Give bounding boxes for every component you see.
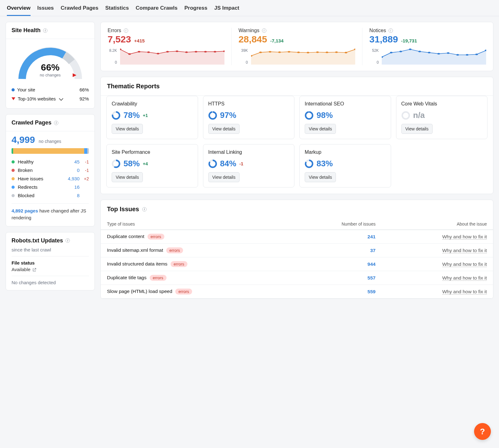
issue-name[interactable]: Invalid structured data items bbox=[107, 261, 167, 266]
severity-badge: errors bbox=[171, 261, 187, 267]
view-details-button[interactable]: View details bbox=[401, 124, 433, 134]
thematic-international-seo: International SEO98%View details bbox=[299, 96, 391, 139]
issue-name[interactable]: Invalid sitemap.xml format bbox=[107, 247, 163, 253]
after-js-render-note: 4,892 pages have changed after JS render… bbox=[12, 207, 89, 221]
dot-icon bbox=[12, 88, 15, 91]
info-icon[interactable]: i bbox=[262, 28, 266, 33]
legend-your-site: Your site 66% bbox=[12, 85, 89, 94]
crawled-row[interactable]: Have issues4,930+2 bbox=[12, 174, 89, 183]
crawled-pages-card: Crawled Pages i 4,999 no changes Healthy… bbox=[6, 114, 95, 226]
fix-link[interactable]: Why and how to fix it bbox=[442, 289, 487, 295]
info-icon[interactable]: i bbox=[54, 121, 58, 125]
crawled-pages-title: Crawled Pages bbox=[12, 119, 51, 126]
external-link-icon[interactable] bbox=[32, 267, 36, 271]
thematic-internal-linking: Internal Linking84%-1View details bbox=[203, 144, 295, 187]
svg-point-9 bbox=[195, 51, 197, 52]
robots-since: since the last crawl bbox=[12, 247, 89, 252]
svg-point-4 bbox=[147, 51, 150, 53]
issue-count[interactable]: 241 bbox=[367, 234, 375, 239]
column-header: About the issue bbox=[382, 218, 493, 230]
site-health-card: Site Health i 66% no cha bbox=[6, 22, 95, 109]
robots-title: Robots.txt Updates bbox=[12, 237, 63, 244]
severity-badge: errors bbox=[166, 247, 183, 253]
tab-crawled-pages[interactable]: Crawled Pages bbox=[61, 3, 99, 16]
fix-link[interactable]: Why and how to fix it bbox=[442, 234, 487, 240]
fix-link[interactable]: Why and how to fix it bbox=[442, 261, 487, 267]
crawled-stacked-bar bbox=[12, 148, 89, 154]
progress-ring-icon bbox=[208, 111, 217, 120]
issue-count[interactable]: 559 bbox=[367, 289, 375, 294]
legend-top10[interactable]: Top-10% websites 92% bbox=[12, 94, 89, 103]
metric-errors[interactable]: Errorsi7,523+4158.2K0 bbox=[101, 22, 231, 71]
svg-point-33 bbox=[457, 54, 459, 56]
info-icon[interactable]: i bbox=[124, 28, 128, 33]
robots-card: Robots.txt Updates i since the last craw… bbox=[6, 232, 95, 290]
thematic-title: Thematic Reports bbox=[101, 77, 493, 95]
file-status-value[interactable]: Available bbox=[12, 267, 31, 272]
site-health-title: Site Health bbox=[12, 27, 41, 34]
svg-point-2 bbox=[128, 53, 131, 55]
crawled-row[interactable]: Redirects16 bbox=[12, 183, 89, 191]
after-js-link[interactable]: 4,892 pages bbox=[12, 208, 38, 213]
tab-issues[interactable]: Issues bbox=[37, 3, 54, 16]
svg-point-8 bbox=[185, 51, 188, 53]
health-sub: no changes bbox=[16, 73, 85, 77]
view-details-button[interactable]: View details bbox=[305, 172, 336, 182]
crawled-row[interactable]: Blocked8 bbox=[12, 191, 89, 200]
crawled-row[interactable]: Healthy45-1 bbox=[12, 158, 89, 166]
severity-badge: errors bbox=[175, 289, 192, 295]
health-gauge: 66% no changes bbox=[16, 45, 85, 82]
svg-point-7 bbox=[176, 51, 178, 52]
tab-statistics[interactable]: Statistics bbox=[105, 3, 129, 16]
svg-point-17 bbox=[288, 51, 290, 52]
svg-point-34 bbox=[466, 54, 468, 56]
fix-link[interactable]: Why and how to fix it bbox=[442, 275, 487, 281]
dot-icon bbox=[12, 169, 15, 172]
dot-icon bbox=[12, 186, 15, 189]
health-percent: 66% bbox=[16, 62, 85, 73]
issue-name[interactable]: Slow page (HTML) load speed bbox=[107, 289, 172, 294]
svg-point-42 bbox=[306, 112, 312, 119]
view-details-button[interactable]: View details bbox=[112, 124, 143, 134]
info-icon[interactable]: i bbox=[142, 207, 147, 212]
issue-count[interactable]: 944 bbox=[367, 261, 375, 267]
issue-count[interactable]: 557 bbox=[367, 275, 375, 280]
column-header: Number of issues bbox=[291, 218, 382, 230]
svg-point-29 bbox=[419, 51, 421, 52]
tab-progress[interactable]: Progress bbox=[184, 3, 207, 16]
info-icon[interactable]: i bbox=[389, 28, 393, 33]
issue-count[interactable]: 37 bbox=[370, 248, 375, 253]
crawled-row[interactable]: Broken0-1 bbox=[12, 166, 89, 174]
crawled-total[interactable]: 4,999 bbox=[12, 134, 35, 145]
severity-badge: errors bbox=[148, 234, 164, 240]
svg-point-18 bbox=[297, 51, 300, 53]
metric-notices[interactable]: Noticesi31,889-19,73152K0 bbox=[362, 22, 493, 71]
table-row: Duplicate contenterrors241Why and how to… bbox=[101, 230, 493, 244]
view-details-button[interactable]: View details bbox=[208, 124, 240, 134]
tab-compare-crawls[interactable]: Compare Crawls bbox=[136, 3, 177, 16]
fix-link[interactable]: Why and how to fix it bbox=[442, 248, 487, 253]
dot-icon bbox=[12, 194, 15, 197]
view-details-button[interactable]: View details bbox=[112, 172, 143, 182]
top-tabs: OverviewIssuesCrawled PagesStatisticsCom… bbox=[0, 0, 499, 16]
svg-point-5 bbox=[157, 53, 159, 54]
svg-point-11 bbox=[214, 51, 216, 52]
view-details-button[interactable]: View details bbox=[305, 124, 336, 134]
issue-name[interactable]: Duplicate content bbox=[107, 234, 144, 239]
svg-point-21 bbox=[326, 51, 328, 53]
issue-name[interactable]: Duplicate title tags bbox=[107, 275, 147, 280]
svg-point-22 bbox=[335, 51, 337, 53]
top-metrics-card: Errorsi7,523+4158.2K0Warningsi28,845-7,1… bbox=[100, 22, 493, 71]
caret-down-icon bbox=[12, 97, 15, 100]
svg-point-15 bbox=[269, 51, 271, 52]
svg-point-28 bbox=[409, 49, 411, 50]
info-icon[interactable]: i bbox=[65, 238, 70, 243]
tab-js-impact[interactable]: JS Impact bbox=[214, 3, 239, 16]
metric-warnings[interactable]: Warningsi28,845-7,13439K0 bbox=[232, 22, 362, 71]
file-status-label: File status bbox=[12, 260, 89, 265]
svg-point-20 bbox=[316, 51, 318, 53]
info-icon[interactable]: i bbox=[43, 28, 47, 33]
view-details-button[interactable]: View details bbox=[208, 172, 240, 182]
thematic-https: HTTPS97%View details bbox=[203, 96, 295, 139]
tab-overview[interactable]: Overview bbox=[7, 3, 31, 16]
